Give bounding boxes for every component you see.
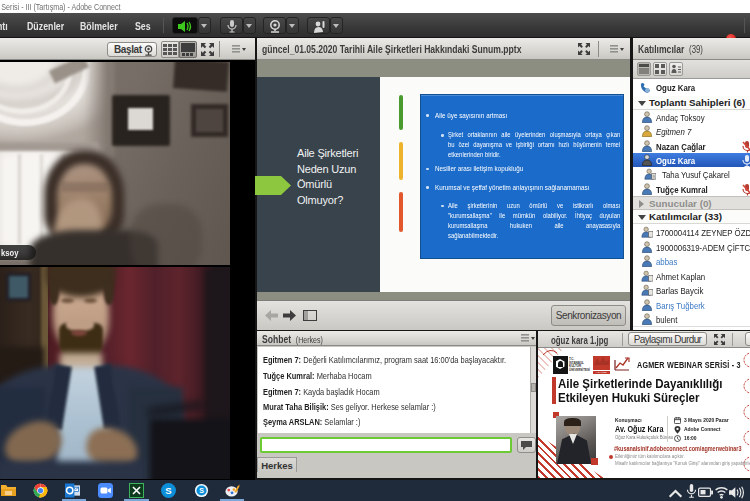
svg-text:S: S bbox=[199, 487, 204, 494]
svg-text:S: S bbox=[165, 485, 171, 496]
